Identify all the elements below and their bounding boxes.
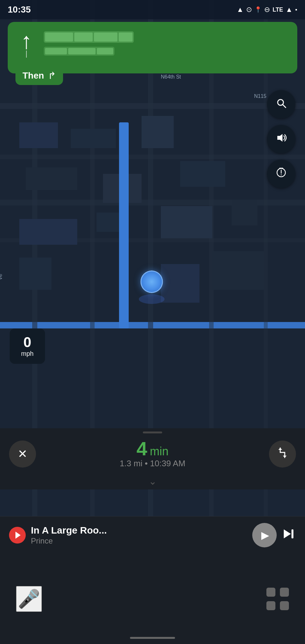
battery-icon: ▪ — [295, 6, 297, 13]
nav-banner-main: ↑ | — [17, 30, 288, 57]
media-artist: Prince — [31, 536, 252, 545]
cancel-icon: ✕ — [18, 447, 27, 461]
search-icon — [275, 97, 287, 111]
map-block-4 — [26, 167, 77, 190]
nav-handle — [0, 428, 305, 433]
blur-4 — [119, 33, 133, 42]
blur-3 — [94, 33, 117, 42]
lte-label: LTE — [273, 6, 283, 13]
then-indicator: Then ↱ — [15, 66, 63, 85]
map-block — [19, 122, 58, 148]
nav-minutes-row: 4 min — [36, 439, 269, 459]
volume-icon — [275, 132, 287, 146]
street-label-64th: N64th St — [161, 74, 181, 80]
nav-banner[interactable]: ↑ | Then ↱ — [8, 22, 297, 73]
then-label: Then — [23, 71, 44, 81]
svg-marker-2 — [277, 134, 282, 142]
dnd-icon: ⊖ — [264, 5, 270, 14]
nav-dot-1 — [266, 588, 275, 597]
microphone-button[interactable]: 🎤 — [16, 586, 42, 612]
search-button[interactable] — [267, 90, 295, 118]
blur-s1 — [45, 48, 67, 54]
signal-icon: ▲ — [286, 5, 293, 14]
blur-s3 — [97, 48, 113, 54]
nav-minutes-num: 4 — [136, 439, 147, 459]
nav-dot-2 — [280, 588, 289, 597]
svg-line-1 — [282, 104, 286, 108]
report-icon — [275, 167, 287, 181]
blur-s2 — [68, 48, 96, 54]
street-label-115: N115 — [254, 93, 266, 99]
svg-point-5 — [281, 175, 282, 175]
nav-direction-arrow: ↑ | — [17, 30, 36, 57]
speed-indicator: 0 mph — [10, 328, 45, 364]
status-time: 10:35 — [8, 5, 31, 15]
home-indicator[interactable] — [130, 637, 175, 639]
blur-1 — [45, 33, 73, 42]
routes-button[interactable] — [269, 440, 296, 468]
nav-distance-blurred — [44, 31, 134, 43]
media-controls: ▶ — [252, 523, 296, 547]
handle-bar — [143, 431, 162, 433]
nav-dot-4 — [280, 601, 289, 610]
map-block-7 — [19, 219, 77, 245]
nav-dot-3 — [266, 601, 275, 610]
location-marker — [141, 270, 165, 304]
blur-blocks-street — [44, 47, 115, 56]
nav-text-area — [44, 31, 288, 56]
then-turn-icon: ↱ — [48, 70, 56, 81]
status-bar: 10:35 ▲ ⊙ 📍 ⊖ LTE ▲ ▪ — [0, 0, 305, 19]
media-play-button[interactable]: ▶ — [252, 523, 277, 547]
map-block-12 — [161, 264, 199, 303]
status-icons: ▲ ⊙ 📍 ⊖ LTE ▲ ▪ — [236, 5, 297, 14]
nav-street-blurred — [44, 47, 115, 56]
arrow-stem: | — [25, 50, 27, 57]
chevron-down-icon: ⌄ — [149, 476, 157, 487]
media-title: In A Large Roo... — [31, 525, 252, 536]
location-icon: 📍 — [254, 6, 262, 13]
street-label-left: ve — [0, 274, 4, 280]
nav-details: 1.3 mi • 10:39 AM — [36, 459, 269, 469]
svg-marker-7 — [284, 529, 291, 538]
volume-button[interactable] — [267, 125, 295, 153]
nav-minutes-label: min — [150, 445, 169, 458]
marker-shadow — [139, 294, 165, 304]
route-vertical — [119, 122, 129, 328]
navigation-icon: ▲ — [236, 5, 244, 14]
car-mode-icon: ⊙ — [246, 5, 252, 14]
media-app-icon — [9, 527, 26, 544]
map-block-13 — [212, 251, 264, 290]
nav-info-row: ✕ 4 min 1.3 mi • 10:39 AM — [0, 433, 305, 476]
play-icon: ▶ — [261, 529, 269, 541]
map-block-3 — [142, 116, 174, 148]
nav-time-info: 4 min 1.3 mi • 10:39 AM — [36, 439, 269, 469]
nav-dots-grid — [266, 588, 289, 610]
bottom-nav-bar[interactable]: ✕ 4 min 1.3 mi • 10:39 AM ⌄ — [0, 428, 305, 489]
chevron-down-area: ⌄ — [0, 476, 305, 489]
report-button[interactable] — [267, 160, 295, 188]
blur-blocks-distance — [44, 31, 134, 43]
marker-dot — [141, 270, 163, 293]
system-nav-bar: 🎤 — [0, 554, 305, 644]
map-block-10 — [232, 200, 257, 225]
microphone-icon: 🎤 — [18, 588, 40, 610]
routes-icon — [276, 447, 289, 461]
speed-unit: mph — [21, 350, 34, 357]
map-block-2 — [71, 129, 116, 148]
map-block-11 — [19, 258, 51, 290]
map-buttons-container — [267, 90, 295, 188]
media-player[interactable]: In A Large Roo... Prince ▶ — [0, 516, 305, 554]
media-skip-button[interactable] — [282, 527, 296, 544]
blur-2 — [74, 33, 93, 42]
skip-icon — [282, 527, 296, 541]
map-block-9 — [161, 206, 212, 238]
media-play-triangle — [15, 532, 21, 539]
map-block-6 — [180, 161, 225, 187]
speed-value: 0 — [23, 335, 31, 349]
cancel-navigation-button[interactable]: ✕ — [9, 440, 36, 468]
svg-rect-8 — [291, 529, 293, 538]
media-info: In A Large Roo... Prince — [31, 525, 252, 545]
